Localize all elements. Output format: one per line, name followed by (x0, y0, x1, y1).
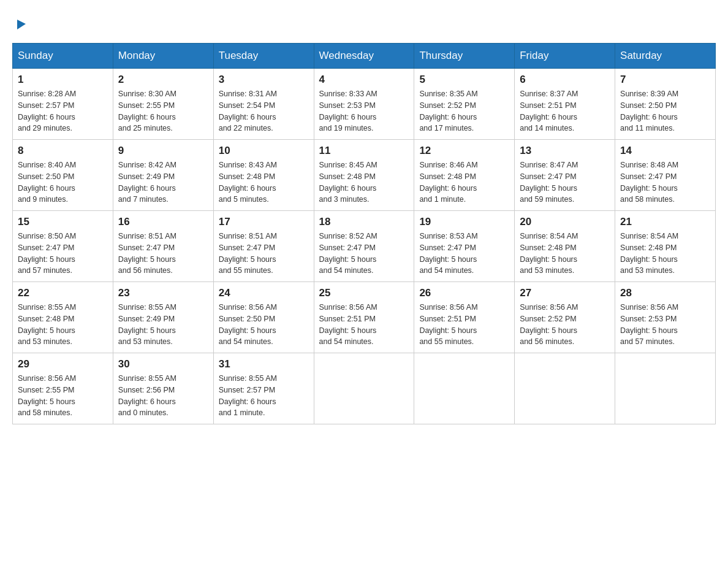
week-row-3: 15 Sunrise: 8:50 AM Sunset: 2:47 PM Dayl… (13, 211, 716, 282)
calendar-cell: 24 Sunrise: 8:56 AM Sunset: 2:50 PM Dayl… (213, 282, 314, 353)
day-header-tuesday: Tuesday (213, 44, 314, 69)
week-row-2: 8 Sunrise: 8:40 AM Sunset: 2:50 PM Dayli… (13, 140, 716, 211)
calendar-cell: 29 Sunrise: 8:56 AM Sunset: 2:55 PM Dayl… (13, 353, 113, 424)
day-info: Sunrise: 8:39 AM Sunset: 2:50 PM Dayligh… (620, 88, 710, 134)
day-info: Sunrise: 8:45 AM Sunset: 2:48 PM Dayligh… (319, 159, 409, 205)
day-header-sunday: Sunday (13, 44, 113, 69)
day-header-wednesday: Wednesday (314, 44, 414, 69)
day-info: Sunrise: 8:56 AM Sunset: 2:53 PM Dayligh… (620, 302, 710, 348)
day-number: 14 (620, 145, 710, 157)
day-info: Sunrise: 8:47 AM Sunset: 2:47 PM Dayligh… (520, 159, 610, 205)
calendar-cell: 27 Sunrise: 8:56 AM Sunset: 2:52 PM Dayl… (515, 282, 615, 353)
day-header-thursday: Thursday (414, 44, 515, 69)
day-info: Sunrise: 8:31 AM Sunset: 2:54 PM Dayligh… (219, 88, 309, 134)
calendar-cell: 19 Sunrise: 8:53 AM Sunset: 2:47 PM Dayl… (414, 211, 515, 282)
day-number: 2 (118, 74, 208, 86)
day-number: 15 (18, 216, 108, 228)
week-row-4: 22 Sunrise: 8:55 AM Sunset: 2:48 PM Dayl… (13, 282, 716, 353)
calendar-cell: 30 Sunrise: 8:55 AM Sunset: 2:56 PM Dayl… (113, 353, 213, 424)
calendar-cell: 22 Sunrise: 8:55 AM Sunset: 2:48 PM Dayl… (13, 282, 113, 353)
calendar-cell: 12 Sunrise: 8:46 AM Sunset: 2:48 PM Dayl… (414, 140, 515, 211)
day-number: 9 (118, 145, 208, 157)
day-number: 23 (118, 287, 208, 299)
calendar-cell: 25 Sunrise: 8:56 AM Sunset: 2:51 PM Dayl… (314, 282, 414, 353)
calendar-cell: 18 Sunrise: 8:52 AM Sunset: 2:47 PM Dayl… (314, 211, 414, 282)
calendar-cell: 9 Sunrise: 8:42 AM Sunset: 2:49 PM Dayli… (113, 140, 213, 211)
calendar-cell: 5 Sunrise: 8:35 AM Sunset: 2:52 PM Dayli… (414, 69, 515, 140)
week-row-5: 29 Sunrise: 8:56 AM Sunset: 2:55 PM Dayl… (13, 353, 716, 424)
day-number: 31 (219, 358, 309, 370)
page-header (12, 12, 716, 31)
day-number: 19 (419, 216, 509, 228)
day-header-monday: Monday (113, 44, 213, 69)
day-info: Sunrise: 8:48 AM Sunset: 2:47 PM Dayligh… (620, 159, 710, 205)
calendar-cell (515, 353, 615, 424)
day-number: 1 (18, 74, 108, 86)
calendar-cell: 28 Sunrise: 8:56 AM Sunset: 2:53 PM Dayl… (615, 282, 716, 353)
day-number: 17 (219, 216, 309, 228)
day-info: Sunrise: 8:55 AM Sunset: 2:57 PM Dayligh… (219, 373, 309, 419)
svg-marker-0 (17, 20, 26, 29)
calendar-cell: 8 Sunrise: 8:40 AM Sunset: 2:50 PM Dayli… (13, 140, 113, 211)
calendar-cell: 7 Sunrise: 8:39 AM Sunset: 2:50 PM Dayli… (615, 69, 716, 140)
calendar-cell: 3 Sunrise: 8:31 AM Sunset: 2:54 PM Dayli… (213, 69, 314, 140)
day-number: 7 (620, 74, 710, 86)
calendar-cell (414, 353, 515, 424)
day-number: 22 (18, 287, 108, 299)
day-number: 20 (520, 216, 610, 228)
calendar-cell: 31 Sunrise: 8:55 AM Sunset: 2:57 PM Dayl… (213, 353, 314, 424)
day-header-friday: Friday (515, 44, 615, 69)
day-number: 21 (620, 216, 710, 228)
day-number: 5 (419, 74, 509, 86)
day-info: Sunrise: 8:33 AM Sunset: 2:53 PM Dayligh… (319, 88, 409, 134)
calendar-cell: 10 Sunrise: 8:43 AM Sunset: 2:48 PM Dayl… (213, 140, 314, 211)
logo (12, 18, 27, 31)
day-number: 29 (18, 358, 108, 370)
calendar-cell: 23 Sunrise: 8:55 AM Sunset: 2:49 PM Dayl… (113, 282, 213, 353)
day-info: Sunrise: 8:40 AM Sunset: 2:50 PM Dayligh… (18, 159, 108, 205)
day-number: 25 (319, 287, 409, 299)
week-row-1: 1 Sunrise: 8:28 AM Sunset: 2:57 PM Dayli… (13, 69, 716, 140)
calendar-cell: 11 Sunrise: 8:45 AM Sunset: 2:48 PM Dayl… (314, 140, 414, 211)
calendar-cell (314, 353, 414, 424)
day-number: 12 (419, 145, 509, 157)
day-info: Sunrise: 8:56 AM Sunset: 2:51 PM Dayligh… (419, 302, 509, 348)
day-number: 30 (118, 358, 208, 370)
day-info: Sunrise: 8:51 AM Sunset: 2:47 PM Dayligh… (219, 231, 309, 277)
day-info: Sunrise: 8:56 AM Sunset: 2:50 PM Dayligh… (219, 302, 309, 348)
day-number: 18 (319, 216, 409, 228)
day-info: Sunrise: 8:30 AM Sunset: 2:55 PM Dayligh… (118, 88, 208, 134)
day-info: Sunrise: 8:52 AM Sunset: 2:47 PM Dayligh… (319, 231, 409, 277)
day-header-saturday: Saturday (615, 44, 716, 69)
day-info: Sunrise: 8:55 AM Sunset: 2:49 PM Dayligh… (118, 302, 208, 348)
calendar-cell: 1 Sunrise: 8:28 AM Sunset: 2:57 PM Dayli… (13, 69, 113, 140)
day-info: Sunrise: 8:55 AM Sunset: 2:48 PM Dayligh… (18, 302, 108, 348)
day-info: Sunrise: 8:42 AM Sunset: 2:49 PM Dayligh… (118, 159, 208, 205)
day-info: Sunrise: 8:43 AM Sunset: 2:48 PM Dayligh… (219, 159, 309, 205)
day-headers-row: SundayMondayTuesdayWednesdayThursdayFrid… (13, 44, 716, 69)
day-number: 4 (319, 74, 409, 86)
calendar-cell: 4 Sunrise: 8:33 AM Sunset: 2:53 PM Dayli… (314, 69, 414, 140)
day-info: Sunrise: 8:56 AM Sunset: 2:52 PM Dayligh… (520, 302, 610, 348)
day-info: Sunrise: 8:54 AM Sunset: 2:48 PM Dayligh… (520, 231, 610, 277)
day-info: Sunrise: 8:28 AM Sunset: 2:57 PM Dayligh… (18, 88, 108, 134)
day-info: Sunrise: 8:51 AM Sunset: 2:47 PM Dayligh… (118, 231, 208, 277)
calendar-cell: 26 Sunrise: 8:56 AM Sunset: 2:51 PM Dayl… (414, 282, 515, 353)
logo-triangle-icon (13, 17, 27, 31)
day-number: 8 (18, 145, 108, 157)
calendar-cell: 16 Sunrise: 8:51 AM Sunset: 2:47 PM Dayl… (113, 211, 213, 282)
day-info: Sunrise: 8:50 AM Sunset: 2:47 PM Dayligh… (18, 231, 108, 277)
calendar-table: SundayMondayTuesdayWednesdayThursdayFrid… (12, 43, 716, 424)
day-info: Sunrise: 8:46 AM Sunset: 2:48 PM Dayligh… (419, 159, 509, 205)
calendar-cell: 21 Sunrise: 8:54 AM Sunset: 2:48 PM Dayl… (615, 211, 716, 282)
day-number: 27 (520, 287, 610, 299)
calendar-cell: 14 Sunrise: 8:48 AM Sunset: 2:47 PM Dayl… (615, 140, 716, 211)
day-number: 24 (219, 287, 309, 299)
day-info: Sunrise: 8:55 AM Sunset: 2:56 PM Dayligh… (118, 373, 208, 419)
calendar-cell (615, 353, 716, 424)
day-number: 11 (319, 145, 409, 157)
calendar-cell: 13 Sunrise: 8:47 AM Sunset: 2:47 PM Dayl… (515, 140, 615, 211)
day-number: 10 (219, 145, 309, 157)
calendar-cell: 15 Sunrise: 8:50 AM Sunset: 2:47 PM Dayl… (13, 211, 113, 282)
day-info: Sunrise: 8:37 AM Sunset: 2:51 PM Dayligh… (520, 88, 610, 134)
